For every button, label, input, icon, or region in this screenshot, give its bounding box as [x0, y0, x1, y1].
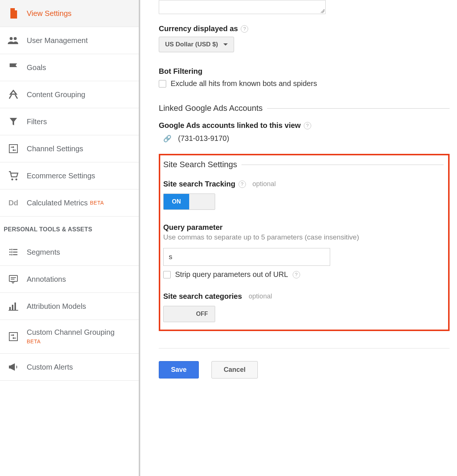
save-button[interactable]: Save: [159, 361, 199, 379]
sidebar-item-channel-settings[interactable]: Channel Settings: [0, 135, 139, 162]
bot-filtering-label: Bot Filtering: [159, 67, 450, 76]
help-icon[interactable]: ?: [293, 271, 300, 278]
dropdown-value: US Dollar (USD $): [165, 41, 218, 48]
bar-chart-icon: [7, 301, 20, 311]
svg-rect-9: [9, 310, 18, 311]
filter-icon: [7, 116, 20, 127]
svg-point-0: [10, 37, 13, 40]
optional-label: optional: [249, 292, 272, 300]
sidebar-item-filters[interactable]: Filters: [0, 108, 139, 135]
metrics-icon: Dd: [7, 198, 20, 208]
checkbox[interactable]: [159, 80, 166, 87]
svg-point-1: [14, 37, 17, 40]
link-icon: 🔗: [163, 135, 171, 143]
help-icon[interactable]: ?: [304, 122, 311, 129]
grouping-icon: [7, 89, 20, 100]
sidebar-item-ecommerce[interactable]: Ecommerce Settings: [0, 162, 139, 189]
svg-rect-7: [12, 305, 13, 310]
sidebar-item-segments[interactable]: Segments: [0, 239, 139, 266]
svg-rect-8: [14, 303, 16, 310]
sidebar-item-custom-alerts[interactable]: Custom Alerts: [0, 354, 139, 381]
svg-rect-2: [9, 145, 17, 153]
cancel-button[interactable]: Cancel: [211, 361, 258, 379]
optional-label: optional: [253, 180, 276, 188]
site-search-tracking-label: Site search Tracking ? optional: [163, 180, 444, 188]
sidebar-item-label: User Management: [27, 36, 88, 45]
sidebar-item-label: Ecommerce Settings: [27, 172, 95, 180]
sidebar-item-label: Custom Channel Grouping: [27, 328, 115, 336]
ads-account-row: 🔗 (731-013-9170): [163, 134, 450, 143]
site-search-heading: Site Search Settings: [163, 160, 444, 169]
sidebar-item-label: Goals: [27, 63, 46, 72]
site-search-categories-label: Site search categories optional: [163, 292, 444, 301]
chevron-down-icon: [223, 43, 228, 46]
sidebar-item-custom-channel-grouping[interactable]: Custom Channel Grouping BETA: [0, 320, 139, 354]
sidebar-item-label: Calculated Metrics: [27, 199, 88, 207]
query-param-desc: Use commas to separate up to 5 parameter…: [163, 233, 444, 241]
sidebar: View Settings User Management Goals Cont…: [0, 0, 140, 476]
svg-rect-6: [9, 307, 11, 310]
strip-query-checkbox-row[interactable]: Strip query parameters out of URL ?: [163, 270, 444, 279]
sidebar-item-label: View Settings: [27, 9, 72, 18]
sidebar-item-view-settings[interactable]: View Settings: [0, 0, 139, 27]
sidebar-item-annotations[interactable]: Annotations: [0, 266, 139, 293]
sidebar-item-label: Filters: [27, 118, 47, 126]
document-icon: [7, 8, 20, 19]
query-param-label: Query parameter: [163, 223, 444, 232]
cart-icon: [7, 171, 20, 181]
linked-ads-sublabel: Google Ads accounts linked to this view …: [159, 121, 450, 130]
sidebar-item-attribution-models[interactable]: Attribution Models: [0, 293, 139, 320]
sidebar-section-title: PERSONAL TOOLS & ASSETS: [0, 216, 139, 239]
checkbox-label: Exclude all hits from known bots and spi…: [171, 79, 317, 88]
users-icon: [7, 35, 20, 46]
svg-rect-10: [9, 333, 17, 341]
svg-point-3: [11, 179, 13, 181]
textarea-field[interactable]: [159, 0, 326, 14]
sidebar-item-label: Content Grouping: [27, 90, 85, 99]
site-search-highlight: Site Search Settings Site search Trackin…: [159, 154, 450, 331]
sidebar-item-label: Annotations: [27, 275, 66, 284]
sidebar-item-label: Channel Settings: [27, 145, 83, 153]
sidebar-item-goals[interactable]: Goals: [0, 54, 139, 81]
sidebar-item-label: Segments: [27, 248, 60, 257]
checkbox[interactable]: [163, 271, 171, 278]
site-search-categories-toggle[interactable]: OFF: [163, 306, 215, 322]
button-row: Save Cancel: [159, 348, 450, 379]
main-content: Currency displayed as ? US Dollar (USD $…: [140, 0, 457, 476]
help-icon[interactable]: ?: [239, 181, 246, 188]
checkbox-label: Strip query parameters out of URL: [175, 270, 288, 279]
linked-ads-heading: Linked Google Ads Accounts: [159, 103, 450, 113]
segments-icon: [7, 247, 20, 257]
sidebar-item-label: Custom Alerts: [27, 363, 73, 371]
sidebar-item-label: Attribution Models: [27, 302, 86, 311]
flag-icon: [7, 62, 20, 73]
currency-dropdown[interactable]: US Dollar (USD $): [159, 37, 234, 52]
beta-badge: BETA: [90, 200, 104, 206]
toggle-on-side: [164, 306, 189, 322]
annotation-icon: [7, 274, 20, 284]
beta-badge: BETA: [27, 338, 41, 344]
query-param-input[interactable]: [163, 248, 330, 266]
sidebar-item-user-management[interactable]: User Management: [0, 27, 139, 54]
megaphone-icon: [7, 362, 20, 372]
currency-label: Currency displayed as ?: [159, 24, 450, 33]
toggle-off-side: [189, 194, 215, 209]
channel-icon: [7, 331, 20, 342]
svg-rect-5: [9, 275, 17, 281]
sidebar-item-calculated-metrics[interactable]: Dd Calculated Metrics BETA: [0, 189, 139, 216]
channel-icon: [7, 143, 20, 154]
bot-filtering-checkbox-row[interactable]: Exclude all hits from known bots and spi…: [159, 79, 450, 88]
site-search-tracking-toggle[interactable]: ON: [163, 194, 215, 210]
ads-account-id: (731-013-9170): [178, 134, 229, 143]
help-icon[interactable]: ?: [241, 25, 248, 33]
svg-point-4: [16, 179, 17, 181]
sidebar-item-content-grouping[interactable]: Content Grouping: [0, 81, 139, 108]
toggle-off-label: OFF: [189, 306, 215, 322]
toggle-on-label: ON: [164, 194, 189, 209]
